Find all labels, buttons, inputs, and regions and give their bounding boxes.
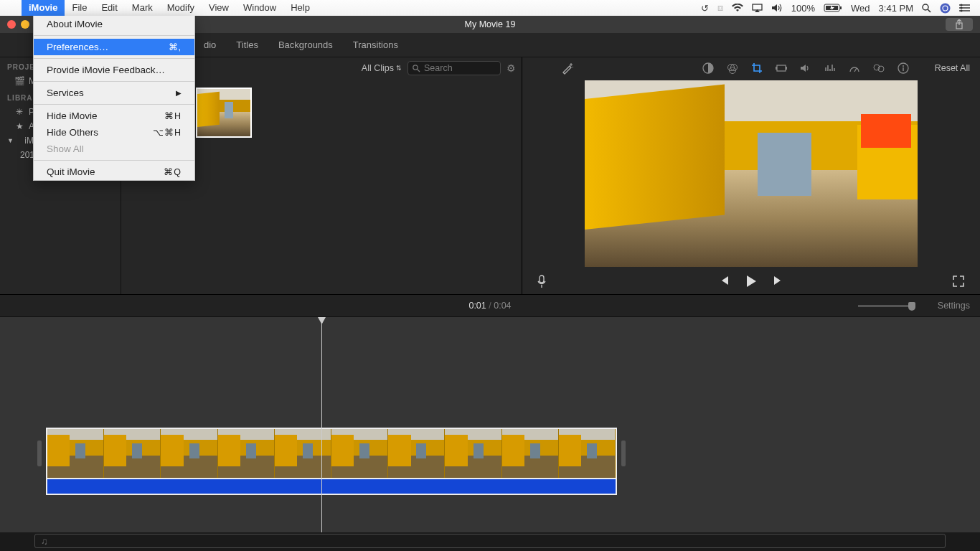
svg-point-12: [960, 6, 962, 9]
svg-point-15: [413, 65, 418, 69]
siri-icon[interactable]: [940, 3, 951, 14]
preview-viewer: Reset All: [522, 57, 980, 294]
info-icon[interactable]: [897, 62, 909, 74]
timeline[interactable]: ♫: [0, 317, 980, 532]
menu-view[interactable]: View: [202, 0, 236, 16]
menu-feedback[interactable]: Provide iMovie Feedback…: [34, 62, 194, 78]
total-time: 0:04: [494, 301, 511, 311]
color-correction-icon[interactable]: [727, 62, 738, 74]
menu-separator: [34, 81, 194, 82]
crop-icon[interactable]: [751, 62, 763, 74]
share-button[interactable]: [946, 18, 973, 31]
clip-trim-handle-right[interactable]: [621, 441, 626, 466]
speed-icon[interactable]: [849, 63, 860, 73]
zoom-knob[interactable]: [908, 302, 915, 311]
timeline-clip[interactable]: [46, 428, 617, 495]
svg-line-24: [854, 68, 857, 72]
menu-hide[interactable]: Hide iMovie⌘H: [34, 108, 194, 124]
svg-line-5: [928, 9, 930, 12]
svg-rect-23: [786, 67, 787, 70]
svg-rect-2: [840, 6, 842, 9]
menu-hide-others[interactable]: Hide Others⌥⌘H: [34, 124, 194, 141]
current-time: 0:01: [468, 301, 486, 311]
search-icon: [413, 65, 420, 72]
music-note-icon: ♫: [41, 536, 48, 547]
menu-services[interactable]: Services▶: [34, 85, 194, 101]
svg-point-11: [960, 4, 962, 6]
timeline-settings-button[interactable]: Settings: [938, 301, 970, 311]
browser-settings-icon[interactable]: ⚙: [507, 62, 516, 74]
zoom-slider[interactable]: [858, 305, 915, 307]
tab-backgrounds[interactable]: Backgrounds: [268, 33, 343, 57]
bluetooth-icon[interactable]: ⧈: [717, 2, 723, 14]
menu-separator: [34, 104, 194, 105]
menubar-day: Wed: [851, 3, 870, 14]
airplay-icon[interactable]: [752, 4, 763, 12]
playhead[interactable]: [321, 317, 322, 532]
magic-wand-icon[interactable]: [561, 62, 574, 75]
tab-transitions[interactable]: Transitions: [343, 33, 408, 57]
play-button[interactable]: [745, 275, 757, 288]
menu-help[interactable]: Help: [283, 0, 317, 16]
battery-percent: 100%: [791, 3, 815, 14]
app-menu-dropdown: About iMovie Preferences…⌘, Provide iMov…: [33, 16, 195, 181]
preview-frame[interactable]: [585, 80, 918, 267]
menu-separator: [34, 35, 194, 36]
volume-icon[interactable]: [771, 4, 783, 12]
menu-separator: [34, 58, 194, 59]
timemachine-icon[interactable]: ↺: [701, 3, 709, 14]
updown-icon: ⇅: [396, 65, 402, 72]
background-audio-track[interactable]: ♫: [34, 534, 946, 548]
tab-audio[interactable]: dio: [194, 33, 226, 57]
svg-line-16: [418, 69, 420, 72]
svg-point-28: [903, 65, 904, 67]
clapper-icon: 🎬: [14, 76, 24, 86]
chevron-right-icon: ▶: [176, 89, 182, 97]
noise-reduction-icon[interactable]: [824, 63, 836, 73]
stabilization-icon[interactable]: [776, 63, 787, 73]
next-button[interactable]: [773, 275, 784, 288]
wifi-icon[interactable]: [732, 4, 743, 12]
clips-filter-dropdown[interactable]: All Clips⇅: [362, 63, 402, 73]
menubar-time: 3:41 PM: [879, 3, 913, 14]
menu-window[interactable]: Window: [236, 0, 283, 16]
clip-audio-track[interactable]: [46, 479, 617, 495]
menu-mark[interactable]: Mark: [125, 0, 160, 16]
menu-preferences[interactable]: Preferences…⌘,: [34, 39, 194, 55]
clip-video-track[interactable]: [46, 428, 617, 479]
reset-all-button[interactable]: Reset All: [935, 63, 970, 73]
search-placeholder: Search: [424, 63, 453, 73]
menu-about[interactable]: About iMovie: [34, 16, 194, 32]
clip-thumbnail[interactable]: [196, 88, 252, 138]
search-input[interactable]: Search: [407, 61, 501, 75]
menu-modify[interactable]: Modify: [160, 0, 202, 16]
timeline-header: 0:01 / 0:04 Settings: [0, 294, 980, 317]
menu-show-all: Show All: [34, 141, 194, 157]
notification-center-icon[interactable]: [959, 4, 970, 12]
menu-edit[interactable]: Edit: [94, 0, 124, 16]
svg-rect-22: [776, 67, 777, 70]
macos-menubar: iMovie File Edit Mark Modify View Window…: [0, 0, 980, 16]
tab-titles[interactable]: Titles: [226, 33, 268, 57]
svg-rect-21: [777, 65, 786, 71]
menu-quit[interactable]: Quit iMovie⌘Q: [34, 164, 194, 180]
star-icon: ★: [14, 121, 24, 131]
clip-trim-handle-left[interactable]: [37, 441, 42, 466]
svg-rect-0: [753, 4, 762, 10]
sparkle-icon: ✳: [14, 107, 24, 117]
volume-tool-icon[interactable]: [800, 63, 811, 73]
battery-icon[interactable]: [824, 4, 842, 12]
prev-button[interactable]: [718, 275, 730, 288]
menu-separator: [34, 160, 194, 161]
fullscreen-icon[interactable]: [953, 276, 964, 287]
svg-point-4: [923, 4, 928, 10]
menu-app[interactable]: iMovie: [22, 0, 65, 16]
spotlight-icon[interactable]: [922, 4, 931, 13]
svg-point-13: [960, 9, 962, 11]
svg-point-6: [941, 3, 951, 13]
video-effects-icon[interactable]: [873, 63, 885, 73]
menu-file[interactable]: File: [65, 0, 94, 16]
color-balance-icon[interactable]: [702, 62, 714, 74]
